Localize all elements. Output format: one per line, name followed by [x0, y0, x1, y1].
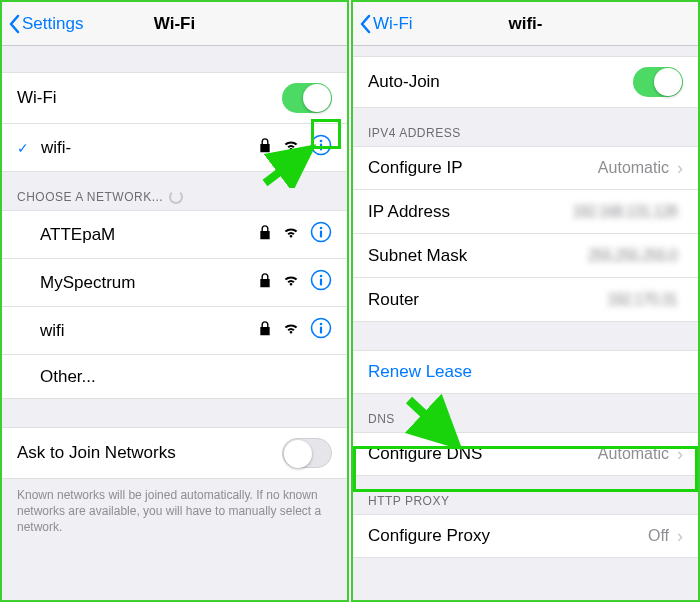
autojoin-label: Auto-Join — [368, 72, 633, 92]
wifi-signal-icon — [282, 138, 310, 158]
svg-point-7 — [320, 275, 323, 278]
subnet-label: Subnet Mask — [368, 246, 588, 266]
network-row[interactable]: wifi — [2, 307, 347, 355]
configure-ip-label: Configure IP — [368, 158, 598, 178]
chevron-left-icon — [359, 14, 371, 34]
ask-toggle[interactable] — [282, 438, 332, 468]
info-button[interactable] — [310, 269, 332, 296]
spinner-icon — [169, 190, 183, 204]
chevron-right-icon: › — [677, 158, 683, 179]
configure-ip-value: Automatic — [598, 159, 669, 177]
router-value: 192.170.31 — [607, 291, 677, 309]
check-icon: ✓ — [17, 140, 31, 156]
nav-bar: Wi-Fi wifi- — [353, 2, 698, 46]
nav-bar: Settings Wi-Fi — [2, 2, 347, 46]
ip-address-row: IP Address 192.168.131.128 — [353, 190, 698, 234]
back-label: Settings — [22, 14, 83, 34]
dns-header: DNS — [353, 394, 698, 432]
choose-network-header: CHOOSE A NETWORK... — [2, 172, 347, 210]
router-label: Router — [368, 290, 607, 310]
svg-rect-8 — [320, 278, 322, 285]
wifi-settings-screen: Settings Wi-Fi Wi-Fi ✓ wifi- CHOOSE A NE… — [0, 0, 349, 602]
wifi-signal-icon — [282, 273, 310, 293]
info-button[interactable] — [310, 134, 332, 161]
svg-rect-11 — [320, 326, 322, 333]
svg-rect-5 — [320, 230, 322, 237]
wifi-signal-icon — [282, 321, 310, 341]
autojoin-toggle[interactable] — [633, 67, 683, 97]
configure-proxy-value: Off — [648, 527, 669, 545]
wifi-label: Wi-Fi — [17, 88, 282, 108]
back-button[interactable]: Wi-Fi — [353, 14, 413, 34]
ip-address-value: 192.168.131.128 — [572, 203, 677, 221]
router-row: Router 192.170.31 — [353, 278, 698, 322]
configure-dns-row[interactable]: Configure DNS Automatic › — [353, 432, 698, 476]
connected-network-name: wifi- — [41, 138, 258, 158]
lock-icon — [258, 320, 282, 341]
info-button[interactable] — [310, 221, 332, 248]
renew-lease-label: Renew Lease — [368, 362, 683, 382]
lock-icon — [258, 224, 282, 245]
subnet-value: 255.255.255.0 — [588, 247, 677, 265]
chevron-right-icon: › — [677, 526, 683, 547]
ipv4-header: IPV4 ADDRESS — [353, 108, 698, 146]
svg-point-4 — [320, 227, 323, 230]
wifi-details-screen: Wi-Fi wifi- Auto-Join IPV4 ADDRESS Confi… — [351, 0, 700, 602]
network-row[interactable]: ATTEpaM — [2, 210, 347, 259]
configure-proxy-row[interactable]: Configure Proxy Off › — [353, 514, 698, 558]
wifi-toggle[interactable] — [282, 83, 332, 113]
configure-proxy-label: Configure Proxy — [368, 526, 648, 546]
subnet-row: Subnet Mask 255.255.255.0 — [353, 234, 698, 278]
lock-icon — [258, 272, 282, 293]
proxy-header: HTTP PROXY — [353, 476, 698, 514]
network-name: wifi — [40, 321, 258, 341]
lock-icon — [258, 137, 282, 158]
wifi-toggle-row[interactable]: Wi-Fi — [2, 72, 347, 124]
ask-footer-note: Known networks will be joined automatica… — [2, 479, 347, 548]
network-name: ATTEpaM — [40, 225, 258, 245]
info-button[interactable] — [310, 317, 332, 344]
wifi-signal-icon — [282, 225, 310, 245]
back-button[interactable]: Settings — [2, 14, 83, 34]
other-network-row[interactable]: Other... — [2, 355, 347, 399]
chevron-left-icon — [8, 14, 20, 34]
ask-label: Ask to Join Networks — [17, 443, 282, 463]
other-label: Other... — [40, 367, 332, 387]
svg-point-1 — [320, 140, 323, 143]
chevron-right-icon: › — [677, 444, 683, 465]
svg-point-10 — [320, 323, 323, 326]
configure-dns-value: Automatic — [598, 445, 669, 463]
back-label: Wi-Fi — [373, 14, 413, 34]
autojoin-row[interactable]: Auto-Join — [353, 56, 698, 108]
configure-dns-label: Configure DNS — [368, 444, 598, 464]
ask-to-join-row[interactable]: Ask to Join Networks — [2, 427, 347, 479]
renew-lease-row[interactable]: Renew Lease — [353, 350, 698, 394]
network-row[interactable]: MySpectrum — [2, 259, 347, 307]
ip-address-label: IP Address — [368, 202, 572, 222]
network-name: MySpectrum — [40, 273, 258, 293]
configure-ip-row[interactable]: Configure IP Automatic › — [353, 146, 698, 190]
connected-network-row[interactable]: ✓ wifi- — [2, 124, 347, 172]
svg-rect-2 — [320, 143, 322, 150]
